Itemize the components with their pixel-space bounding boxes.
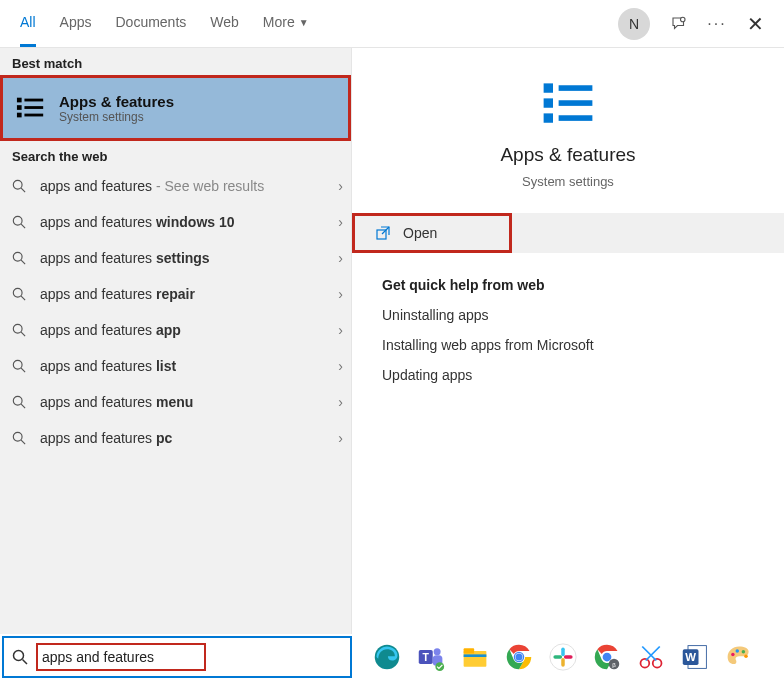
chevron-right-icon: › (338, 394, 343, 410)
svg-rect-46 (561, 647, 565, 656)
taskbar-slack-icon[interactable] (548, 642, 578, 672)
taskbar-snip-icon[interactable] (636, 642, 666, 672)
svg-rect-27 (559, 100, 593, 106)
taskbar-edge-icon[interactable] (372, 642, 402, 672)
tabs: All Apps Documents Web More ▼ (20, 0, 309, 47)
svg-rect-49 (564, 655, 573, 659)
svg-point-21 (13, 432, 22, 441)
search-icon (12, 287, 30, 301)
svg-point-35 (434, 648, 441, 655)
results-panel: Best match Apps & features System settin… (0, 48, 352, 634)
taskbar-teams-icon[interactable]: T (416, 642, 446, 672)
web-result[interactable]: apps and features windows 10 › (0, 204, 351, 240)
web-result[interactable]: apps and features list › (0, 348, 351, 384)
taskbar-chrome-icon[interactable] (504, 642, 534, 672)
bottom-bar: T β W (0, 634, 784, 680)
search-web-label: Search the web (0, 141, 351, 168)
search-icon (12, 323, 30, 337)
svg-point-11 (13, 252, 22, 261)
web-result[interactable]: apps and features menu › (0, 384, 351, 420)
search-box[interactable] (2, 636, 352, 678)
tab-more[interactable]: More ▼ (263, 0, 309, 47)
taskbar-chrome-beta-icon[interactable]: β (592, 642, 622, 672)
svg-rect-24 (544, 98, 553, 107)
web-results-list: apps and features - See web results › ap… (0, 168, 351, 634)
svg-rect-3 (17, 113, 22, 118)
tab-more-label: More (263, 14, 295, 30)
tab-all[interactable]: All (20, 0, 36, 47)
chevron-right-icon: › (338, 430, 343, 446)
chevron-right-icon: › (338, 358, 343, 374)
svg-line-18 (21, 368, 25, 372)
open-label: Open (403, 225, 437, 241)
svg-point-62 (736, 649, 740, 653)
web-result-text: apps and features settings (40, 250, 338, 266)
search-icon (12, 179, 30, 193)
svg-point-7 (13, 180, 22, 189)
search-input-highlight (36, 643, 206, 671)
svg-rect-26 (559, 85, 593, 91)
taskbar-file-explorer-icon[interactable] (460, 642, 490, 672)
web-result[interactable]: apps and features repair › (0, 276, 351, 312)
svg-point-13 (13, 288, 22, 297)
web-result[interactable]: apps and features settings › (0, 240, 351, 276)
action-row: Open (352, 213, 784, 253)
web-result[interactable]: apps and features - See web results › (0, 168, 351, 204)
open-button[interactable]: Open (352, 213, 512, 253)
header-right: N ··· ✕ (618, 8, 764, 40)
svg-point-64 (744, 654, 748, 658)
svg-point-19 (13, 396, 22, 405)
best-match-text: Apps & features System settings (59, 93, 174, 124)
tab-documents[interactable]: Documents (115, 0, 186, 47)
help-link-install-web[interactable]: Installing web apps from Microsoft (382, 337, 754, 353)
search-icon (12, 215, 30, 229)
svg-point-54 (641, 659, 650, 668)
svg-rect-5 (24, 106, 43, 109)
web-result[interactable]: apps and features pc › (0, 420, 351, 456)
taskbar-icons: T β W (352, 642, 754, 672)
apps-features-large-icon (536, 72, 600, 136)
more-options-icon[interactable]: ··· (708, 15, 726, 33)
svg-point-0 (681, 17, 686, 22)
web-result[interactable]: apps and features app › (0, 312, 351, 348)
svg-line-20 (21, 404, 25, 408)
feedback-icon[interactable] (670, 15, 688, 33)
best-match-label: Best match (0, 48, 351, 75)
svg-text:T: T (423, 651, 430, 663)
web-result-text: apps and features menu (40, 394, 338, 410)
svg-line-14 (21, 296, 25, 300)
svg-line-8 (21, 188, 25, 192)
svg-rect-1 (17, 98, 22, 103)
svg-point-30 (14, 651, 24, 661)
search-input[interactable] (42, 649, 200, 665)
svg-point-61 (731, 653, 735, 657)
svg-line-22 (21, 440, 25, 444)
help-title: Get quick help from web (382, 277, 754, 293)
preview-title: Apps & features (500, 144, 635, 166)
svg-point-63 (742, 650, 746, 654)
chevron-right-icon: › (338, 286, 343, 302)
best-match-subtitle: System settings (59, 110, 174, 124)
close-icon[interactable]: ✕ (746, 15, 764, 33)
search-icon (12, 251, 30, 265)
help-link-update[interactable]: Updating apps (382, 367, 754, 383)
web-result-text: apps and features list (40, 358, 338, 374)
web-result-text: apps and features windows 10 (40, 214, 338, 230)
web-result-text: apps and features pc (40, 430, 338, 446)
search-icon (12, 359, 30, 373)
preview-subtitle: System settings (522, 174, 614, 189)
open-icon (375, 225, 391, 241)
apps-features-icon (15, 92, 47, 124)
taskbar-word-icon[interactable]: W (680, 642, 710, 672)
help-link-uninstall[interactable]: Uninstalling apps (382, 307, 754, 323)
svg-line-12 (21, 260, 25, 264)
taskbar-paint-icon[interactable] (724, 642, 754, 672)
svg-line-31 (23, 660, 28, 665)
best-match-item[interactable]: Apps & features System settings (0, 75, 351, 141)
svg-point-55 (653, 659, 662, 668)
tab-web[interactable]: Web (210, 0, 239, 47)
svg-rect-2 (17, 105, 22, 110)
user-avatar[interactable]: N (618, 8, 650, 40)
help-section: Get quick help from web Uninstalling app… (352, 253, 784, 421)
tab-apps[interactable]: Apps (60, 0, 92, 47)
